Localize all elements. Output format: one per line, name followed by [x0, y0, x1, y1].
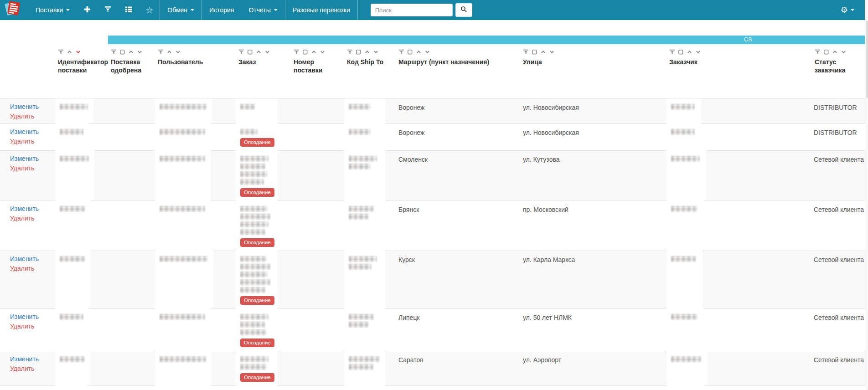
filter-icon[interactable] — [158, 49, 164, 55]
sort-down-icon[interactable] — [841, 49, 847, 55]
sort-up-icon[interactable] — [364, 49, 370, 55]
sort-up-icon[interactable] — [540, 49, 546, 55]
sort-down-icon[interactable] — [175, 49, 181, 55]
edit-link[interactable]: Изменить — [10, 355, 52, 363]
redacted-text — [349, 104, 371, 110]
redacted-text — [160, 129, 205, 135]
sort-down-icon[interactable] — [373, 49, 379, 55]
column-header-label: Идентификатор поставки — [58, 58, 105, 74]
box-icon[interactable] — [678, 49, 684, 55]
edit-link[interactable]: Изменить — [10, 103, 52, 110]
menu-exchange[interactable]: Обмен — [160, 0, 202, 20]
box-icon[interactable] — [302, 49, 308, 55]
redacted-text — [240, 329, 267, 335]
cell-customer-status: Сетевой клиента КА — [812, 351, 868, 385]
cell-customer — [666, 351, 812, 385]
sort-up-icon[interactable] — [256, 49, 262, 55]
sort-up-icon[interactable] — [128, 49, 134, 55]
menu-history[interactable]: История — [202, 0, 241, 20]
filter-icon[interactable] — [398, 49, 404, 55]
delete-link[interactable]: Удалить — [10, 138, 52, 145]
search-button[interactable] — [455, 3, 472, 17]
edit-link[interactable]: Изменить — [10, 128, 52, 135]
delete-link[interactable]: Удалить — [10, 265, 52, 272]
cell-delivery-number — [291, 251, 344, 308]
filter-icon[interactable] — [347, 49, 353, 55]
column-header-order: Заказ — [236, 44, 291, 98]
filter-icon[interactable] — [523, 49, 529, 55]
column-header-actions — [0, 44, 55, 98]
late-badge: Опоздание — [240, 296, 274, 305]
cell-street: п. Дубовое — [520, 385, 666, 390]
favorites-button[interactable]: ☆ — [139, 0, 160, 20]
delete-link[interactable]: Удалить — [10, 365, 52, 372]
settings-menu[interactable]: ⚙ — [841, 0, 868, 20]
column-header-route: Маршрут (пункт назначения) — [396, 44, 520, 98]
sort-down-icon[interactable] — [264, 49, 270, 55]
row-actions: ИзменитьУдалить — [0, 385, 55, 390]
cell-delivery-id — [55, 308, 108, 351]
cell-customer-status: Сетевой клиента КА — [812, 150, 868, 200]
column-header-label: Поставка одобрена — [111, 58, 152, 74]
add-button[interactable] — [77, 0, 98, 20]
filter-icon[interactable] — [669, 49, 675, 55]
sort-up-icon[interactable] — [311, 49, 317, 55]
redaction-overlay — [155, 123, 211, 150]
filter-icon[interactable] — [58, 49, 64, 55]
edit-link[interactable]: Изменить — [10, 255, 52, 262]
sort-down-icon[interactable] — [424, 49, 430, 55]
sort-up-icon[interactable] — [832, 49, 838, 55]
cell-customer-status: Сетевой клиента КА — [812, 200, 868, 251]
sort-down-icon[interactable] — [695, 49, 701, 55]
sort-down-icon[interactable] — [75, 49, 81, 55]
vertical-scrollbar[interactable] — [865, 0, 868, 390]
cell-route: Курск — [396, 251, 520, 308]
column-header-approved: Поставка одобрена — [108, 44, 155, 98]
box-icon[interactable] — [823, 49, 829, 55]
list-view-button[interactable] — [118, 0, 139, 20]
box-icon[interactable] — [247, 49, 253, 55]
redaction-overlay — [344, 123, 385, 150]
delete-link[interactable]: Удалить — [10, 215, 52, 222]
row-actions: ИзменитьУдалить — [0, 251, 55, 308]
box-icon[interactable] — [356, 49, 362, 55]
filter-button[interactable] — [98, 0, 118, 20]
box-icon[interactable] — [407, 49, 413, 55]
sort-up-icon[interactable] — [166, 49, 172, 55]
delete-link[interactable]: Удалить — [10, 323, 52, 330]
edit-link[interactable]: Изменить — [10, 155, 52, 162]
redacted-text — [671, 256, 696, 262]
filter-icon[interactable] — [815, 49, 821, 55]
edit-link[interactable]: Изменить — [10, 205, 52, 212]
redacted-text — [349, 264, 372, 270]
sort-down-icon[interactable] — [137, 49, 143, 55]
sort-up-icon[interactable] — [687, 49, 692, 55]
menu-reports[interactable]: Отчеты — [241, 0, 284, 20]
cell-ship-to — [344, 200, 396, 251]
app-logo[interactable] — [0, 0, 28, 20]
menu-one-time-shipments[interactable]: Разовые перевозки — [285, 0, 357, 20]
sort-up-icon[interactable] — [67, 49, 72, 55]
edit-link[interactable]: Изменить — [10, 313, 52, 320]
redaction-overlay — [55, 123, 89, 150]
scrollbar-thumb[interactable] — [866, 21, 868, 98]
search-input[interactable] — [371, 4, 453, 16]
sort-up-icon[interactable] — [416, 49, 422, 55]
add-icon — [83, 5, 91, 15]
sort-down-icon[interactable] — [320, 49, 326, 55]
redacted-text — [60, 256, 85, 262]
filter-icon[interactable] — [111, 49, 117, 55]
cell-delivery-id — [55, 150, 108, 200]
filter-icon[interactable] — [294, 49, 300, 55]
box-icon[interactable] — [532, 49, 537, 55]
box-icon[interactable] — [119, 49, 125, 55]
delete-link[interactable]: Удалить — [10, 164, 52, 172]
menu-exchange-label: Обмен — [167, 6, 187, 14]
column-header-customer: Заказчик — [666, 44, 812, 98]
filter-icon[interactable] — [238, 49, 244, 55]
redaction-overlay — [666, 351, 708, 385]
sort-down-icon[interactable] — [549, 49, 555, 55]
delete-link[interactable]: Удалить — [10, 113, 52, 120]
menu-deliveries[interactable]: Поставки — [28, 0, 77, 20]
cell-order: Опоздание — [236, 200, 291, 251]
